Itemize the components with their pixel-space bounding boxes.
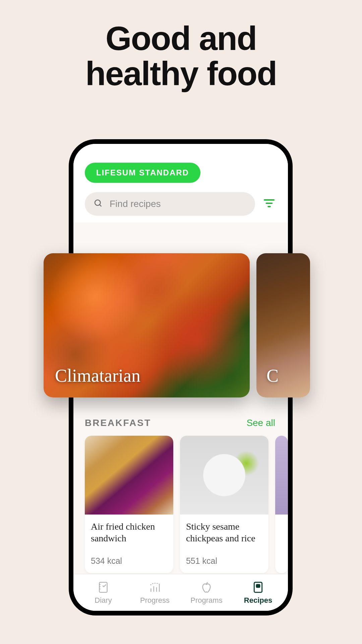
- svg-rect-5: [99, 582, 107, 592]
- diary-icon: [97, 581, 110, 594]
- recipe-row[interactable]: Air fried chicken sandwich 534 kcal Stic…: [85, 436, 288, 573]
- nav-label: Diary: [95, 596, 112, 605]
- plan-pill[interactable]: LIFESUM STANDARD: [85, 163, 200, 183]
- filter-button[interactable]: [262, 197, 277, 211]
- see-all-link[interactable]: See all: [246, 418, 275, 428]
- featured-title-peek: C: [266, 365, 279, 386]
- featured-card[interactable]: Climatarian: [44, 253, 250, 397]
- search-row: [85, 192, 277, 216]
- filter-icon: [263, 199, 275, 209]
- recipe-image: [180, 436, 268, 515]
- section-header: BREAKFAST See all: [85, 418, 288, 428]
- nav-label: Progress: [140, 596, 170, 605]
- apple-icon: [200, 581, 213, 594]
- featured-card-peek[interactable]: C: [256, 253, 310, 397]
- nav-recipes[interactable]: Recipes: [238, 581, 278, 605]
- featured-title: Climatarian: [55, 365, 140, 386]
- nav-progress[interactable]: Progress: [135, 581, 175, 605]
- nav-label: Recipes: [244, 596, 272, 605]
- nav-label: Programs: [190, 596, 222, 605]
- nav-diary[interactable]: Diary: [83, 581, 123, 605]
- recipes-icon: [251, 581, 265, 594]
- recipe-name: Sticky sesame chickpeas and rice: [186, 521, 262, 544]
- recipe-kcal: 551 kcal: [186, 556, 262, 573]
- recipe-body: Sticky sesame chickpeas and rice 551 kca…: [180, 515, 268, 573]
- search-input[interactable]: [110, 199, 246, 209]
- search-box[interactable]: [85, 192, 255, 216]
- recipe-card-peek[interactable]: [275, 436, 288, 573]
- svg-point-0: [95, 200, 100, 205]
- recipe-image: [85, 436, 173, 515]
- app-header: LIFESUM STANDARD: [73, 144, 288, 222]
- recipe-body: Air fried chicken sandwich 534 kcal: [85, 515, 173, 573]
- recipe-image: [275, 436, 288, 515]
- progress-icon: [148, 581, 162, 594]
- nav-programs[interactable]: Programs: [186, 581, 227, 605]
- svg-line-1: [100, 205, 101, 206]
- recipe-card[interactable]: Sticky sesame chickpeas and rice 551 kca…: [180, 436, 268, 573]
- recipe-card[interactable]: Air fried chicken sandwich 534 kcal: [85, 436, 173, 573]
- recipe-kcal: 534 kcal: [91, 556, 167, 573]
- search-icon: [94, 199, 103, 209]
- recipe-name: Air fried chicken sandwich: [91, 521, 167, 544]
- marketing-headline: Good andhealthy food: [0, 21, 362, 91]
- bottom-nav: Diary Progress Programs Recipes: [73, 574, 288, 611]
- section-title: BREAKFAST: [85, 418, 151, 428]
- svg-rect-11: [256, 584, 260, 587]
- section-breakfast: BREAKFAST See all Air fried chicken sand…: [85, 418, 288, 573]
